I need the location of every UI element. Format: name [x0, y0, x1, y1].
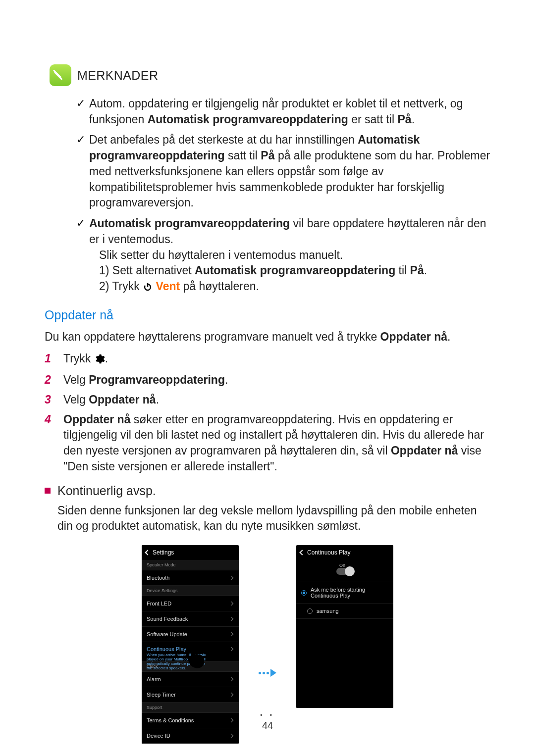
step-text: Oppdater nå søker etter en programvareop… [63, 412, 490, 475]
text: Velg [63, 393, 89, 406]
arrowhead-icon [270, 669, 276, 677]
item-label: Sleep Timer [147, 692, 176, 698]
note-text: på høyttaleren. [180, 280, 259, 293]
item-label: Software Update [147, 631, 187, 637]
phone-header-title: Continuous Play [307, 549, 350, 556]
radio-row: samsung [296, 604, 393, 619]
list-item: Front LED [142, 596, 239, 611]
list-item-continuous-play: Continuous Play When you arrive home, th… [142, 642, 239, 661]
note-item: Automatisk programvareoppdatering vil ba… [78, 216, 490, 296]
text: . [225, 373, 228, 386]
phone-back-header: Continuous Play [296, 545, 393, 560]
note-text: satt til [225, 149, 261, 162]
dot-icon [263, 672, 265, 674]
section-label: Speaker Mode [142, 560, 239, 570]
radio-icon [301, 590, 307, 596]
step-item: 4 Oppdater nå søker etter en programvare… [45, 412, 490, 475]
note-text: 1) Sett alternativet [99, 264, 195, 277]
pencil-note-icon [50, 64, 71, 86]
text: Du kan oppdatere høyttalerens programvar… [45, 330, 380, 343]
list-item: Alarm [142, 672, 239, 687]
note-text: 2) Trykk [99, 280, 143, 293]
text: . [447, 330, 450, 343]
steps-list: 1 Trykk . 2 Velg Programvareoppdatering.… [45, 351, 490, 475]
bold: Oppdater nå [391, 444, 458, 457]
list-item: Software Update [142, 627, 239, 642]
flow-arrow-icon [259, 669, 276, 677]
chevron-right-icon [229, 647, 233, 651]
item-label: Sound Feedback [147, 616, 188, 622]
text: Velg [63, 373, 89, 386]
note-bold: Automatisk programvareoppdatering [195, 264, 395, 277]
text: . [105, 352, 108, 365]
bold: Oppdater nå [63, 413, 130, 426]
step-text: Velg Programvareoppdatering. [63, 372, 228, 388]
note-item: Autom. oppdatering er tilgjengelig når p… [78, 96, 490, 127]
note-text: er satt til [348, 113, 398, 126]
phone-screenshot-continuous-play: Continuous Play On Ask me before startin… [296, 545, 393, 708]
step-item: 1 Trykk . [45, 351, 490, 369]
step-text: Trykk . [63, 351, 108, 369]
toggle-row: On [296, 560, 393, 582]
notes-header: MERKNADER [50, 64, 490, 86]
power-icon [143, 280, 153, 296]
item-label: Bluetooth [147, 575, 169, 581]
toggle-knob [345, 566, 355, 576]
note-item: Det anbefales på det sterkeste at du har… [78, 132, 490, 211]
item-label: Front LED [147, 601, 171, 606]
notes-heading: MERKNADER [77, 68, 158, 83]
phone-header-title: Settings [153, 549, 174, 556]
item-label: Device ID [147, 733, 170, 739]
note-bold: På [410, 264, 424, 277]
vent-label: Vent [156, 280, 180, 293]
subsection-body: Siden denne funksjonen lar deg veksle me… [57, 503, 490, 534]
note-line: Slik setter du høyttaleren i ventemodus … [89, 248, 490, 263]
note-bold: Automatisk programvareoppdatering [148, 113, 348, 126]
section-label: Support [142, 703, 239, 713]
chevron-left-icon [299, 550, 305, 555]
note-bold: På [261, 149, 274, 162]
item-description: When you arrive home, the music played o… [147, 653, 211, 670]
note-bold: På [397, 113, 411, 126]
text: . [156, 393, 159, 406]
section-title-oppdater: Oppdater nå [45, 308, 490, 322]
radio-icon [307, 608, 313, 614]
step-item: 2 Velg Programvareoppdatering. [45, 372, 490, 388]
phone-back-header: Settings [142, 545, 239, 560]
oppdater-intro: Du kan oppdatere høyttalerens programvar… [45, 329, 490, 345]
square-bullet-icon [45, 488, 51, 494]
dot-icon [267, 672, 269, 674]
radio-row: Ask me before starting Continuous Play [296, 582, 393, 604]
page-footer: • • 44 [0, 712, 535, 731]
list-item: Sound Feedback [142, 611, 239, 627]
radio-label: samsung [317, 608, 339, 614]
note-text: . [412, 113, 415, 126]
page-number: 44 [262, 720, 273, 731]
list-item: Bluetooth [142, 570, 239, 586]
toggle-label: On [339, 563, 345, 568]
step-number: 2 [45, 372, 54, 388]
footer-dots-icon: • • [0, 712, 535, 719]
notes-list: Autom. oppdatering er tilgjengelig når p… [45, 96, 490, 296]
note-text: Det anbefales på det sterkeste at du har… [89, 133, 358, 146]
item-label: Continuous Play [147, 646, 186, 652]
note-text: til [395, 264, 410, 277]
section-label: Device Settings [142, 586, 239, 596]
step-item: 3 Velg Oppdater nå. [45, 392, 490, 408]
step-number: 3 [45, 392, 54, 408]
step-number: 4 [45, 412, 54, 475]
chevron-left-icon [145, 550, 150, 555]
note-text: . [424, 264, 427, 277]
note-substep: 2) Trykk Vent på høyttaleren. [89, 279, 490, 296]
subsection-heading: Kontinuerlig avsp. [57, 484, 156, 498]
toggle-switch [336, 568, 353, 575]
item-label: Alarm [147, 676, 161, 682]
bold: Oppdater nå [89, 393, 156, 406]
text: Trykk [63, 352, 94, 365]
note-substep: 1) Sett alternativet Automatisk programv… [89, 263, 490, 279]
bold: Oppdater nå [380, 330, 447, 343]
list-item: Sleep Timer [142, 687, 239, 703]
note-bold: Automatisk programvareoppdatering [89, 217, 290, 230]
radio-label: Ask me before starting Continuous Play [311, 587, 388, 599]
bold: Programvareoppdatering [89, 373, 225, 386]
